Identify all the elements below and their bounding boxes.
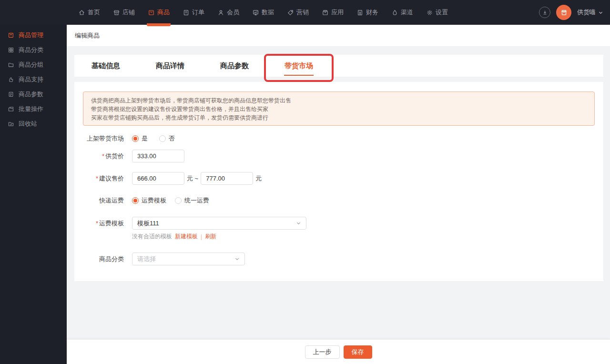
category-select[interactable]: 请选择	[132, 253, 245, 265]
recycle-folder-icon	[8, 121, 14, 127]
topnav-label: 会员	[227, 8, 239, 17]
topnav-label: 首页	[88, 8, 100, 17]
supply-price-input[interactable]	[132, 150, 184, 162]
sidebar-label: 商品分组	[19, 61, 43, 69]
tab-basic-info[interactable]: 基础信息	[91, 55, 121, 77]
download-button[interactable]	[539, 7, 550, 18]
goods-manage-icon	[8, 32, 14, 39]
topnav-item-apps[interactable]: 应用	[322, 0, 344, 25]
radio-label-shipping-template[interactable]: 运费模板	[142, 196, 166, 205]
notice-line: 供货商把商品上架到带货市场后，带货商店铺可获取您的商品信息帮您带货出售	[91, 96, 587, 105]
channel-icon	[391, 9, 398, 16]
footer-action-bar: 上一步 保存	[67, 340, 610, 364]
topnav-item-home[interactable]: 首页	[78, 0, 100, 25]
sidebar-item-goods-parameters[interactable]: 商品参数	[0, 87, 67, 101]
sidebar-item-goods-management[interactable]: 商品管理	[0, 28, 67, 42]
form-row-shipping: 快递运费 运费模板 统一运费	[74, 195, 603, 206]
form-row-category: 商品分类 请选择	[74, 253, 603, 265]
active-tab-underline	[284, 75, 314, 76]
required-asterisk: *	[96, 175, 98, 182]
order-icon	[183, 9, 190, 16]
form-row-supply-price: *供货价	[74, 150, 603, 162]
topnav-item-members[interactable]: 会员	[217, 0, 239, 25]
topnav-label: 订单	[192, 8, 204, 17]
required-asterisk: *	[102, 153, 104, 160]
form-row-suggested-price: *建议售价 元 ~ 元	[74, 172, 603, 185]
topnav-item-settings[interactable]: 设置	[426, 0, 448, 25]
topnav-label: 店铺	[122, 8, 135, 17]
grid-icon	[8, 47, 14, 53]
download-icon	[542, 10, 548, 16]
home-icon	[78, 9, 85, 16]
topnav-item-data[interactable]: 数据	[252, 0, 274, 25]
topnav-item-store[interactable]: 店铺	[113, 0, 135, 25]
radio-label-shipping-unified[interactable]: 统一运费	[184, 196, 209, 205]
shop-avatar-icon	[560, 9, 568, 17]
tab-goods-parameters[interactable]: 商品参数	[219, 55, 250, 77]
finance-icon	[356, 9, 364, 16]
member-icon	[217, 9, 224, 16]
data-chart-icon	[252, 9, 259, 16]
topnav-label: 商品	[157, 8, 170, 17]
folder-icon	[8, 61, 14, 68]
sidebar-label: 回收站	[19, 120, 37, 128]
suggested-price-min-input[interactable]	[132, 172, 184, 185]
sidebar-label: 商品分类	[19, 46, 43, 54]
radio-label-no[interactable]: 否	[169, 134, 175, 143]
radio-listing-no[interactable]	[159, 135, 166, 142]
top-navbar: 首页 店铺 商品 订单 会员 数据	[0, 0, 610, 25]
tabs-bar: 基础信息 商品详情 商品参数 带货市场	[74, 55, 603, 77]
field-label: *供货价	[74, 152, 124, 161]
document-icon	[8, 91, 14, 98]
sidebar-item-goods-groups[interactable]: 商品分组	[0, 57, 67, 72]
refresh-link[interactable]: 刷新	[205, 233, 216, 241]
radio-listing-yes[interactable]	[132, 135, 139, 142]
apps-icon	[322, 9, 329, 16]
tab-label: 商品参数	[220, 61, 249, 71]
select-value: 模板111	[137, 219, 159, 228]
radio-shipping-unified[interactable]	[175, 197, 182, 204]
notice-banner: 供货商把商品上架到带货市场后，带货商店铺可获取您的商品信息帮您带货出售 带货商将…	[83, 91, 595, 126]
select-placeholder: 请选择	[137, 255, 156, 263]
save-button[interactable]: 保存	[344, 345, 372, 359]
tab-reseller-market[interactable]: 带货市场	[284, 55, 314, 77]
new-template-link[interactable]: 新建模板	[175, 233, 198, 241]
topnav-label: 数据	[262, 8, 274, 17]
topnav-item-goods[interactable]: 商品	[148, 0, 170, 25]
form-panel: 供货商把商品上架到带货市场后，带货商店铺可获取您的商品信息帮您带货出售 带货商将…	[74, 82, 603, 281]
topnav-item-orders[interactable]: 订单	[183, 0, 204, 25]
storefront-icon	[113, 9, 120, 16]
sidebar-item-goods-categories[interactable]: 商品分类	[0, 42, 67, 57]
suggested-price-max-input[interactable]	[201, 172, 253, 185]
active-nav-underline	[147, 23, 171, 26]
form-row-listing: 上架带货市场 是 否	[74, 133, 603, 144]
sidebar-item-goods-support[interactable]: 商品支持	[0, 72, 67, 87]
topnav-label: 渠道	[401, 8, 413, 17]
thumbs-up-icon	[8, 76, 14, 83]
app-window: 首页 店铺 商品 订单 会员 数据	[0, 0, 610, 364]
field-label: *建议售价	[74, 174, 124, 183]
marketing-tag-icon	[287, 9, 294, 16]
topnav-label: 应用	[331, 8, 344, 17]
goods-icon	[148, 9, 155, 16]
account-menu[interactable]: 供货喵	[577, 8, 603, 17]
helper-text: 没有合适的模板	[132, 233, 172, 241]
sidebar-label: 商品管理	[19, 31, 43, 40]
radio-shipping-template[interactable]	[132, 197, 139, 204]
tab-goods-detail[interactable]: 商品详情	[155, 55, 185, 77]
topnav-item-finance[interactable]: 财务	[356, 0, 378, 25]
sidebar-item-batch-operations[interactable]: 批量操作	[0, 101, 67, 116]
notice-line: 带货商将根据您设置的建议售价设置带货商出售价格，并且出售给买家	[91, 105, 587, 113]
previous-step-button[interactable]: 上一步	[305, 345, 340, 359]
topnav-item-channels[interactable]: 渠道	[391, 0, 413, 25]
chevron-down-icon	[234, 256, 240, 262]
required-asterisk: *	[96, 220, 98, 227]
shipping-template-select[interactable]: 模板111	[132, 217, 306, 230]
sidebar-label: 商品支持	[19, 75, 43, 84]
field-label: 快递运费	[74, 196, 124, 205]
form-row-shipping-template: *运费模板 模板111	[74, 217, 603, 230]
sidebar-item-recycle-bin[interactable]: 回收站	[0, 116, 67, 131]
topnav-item-marketing[interactable]: 营销	[287, 0, 309, 25]
radio-label-yes[interactable]: 是	[142, 134, 148, 143]
account-avatar[interactable]	[556, 5, 571, 20]
